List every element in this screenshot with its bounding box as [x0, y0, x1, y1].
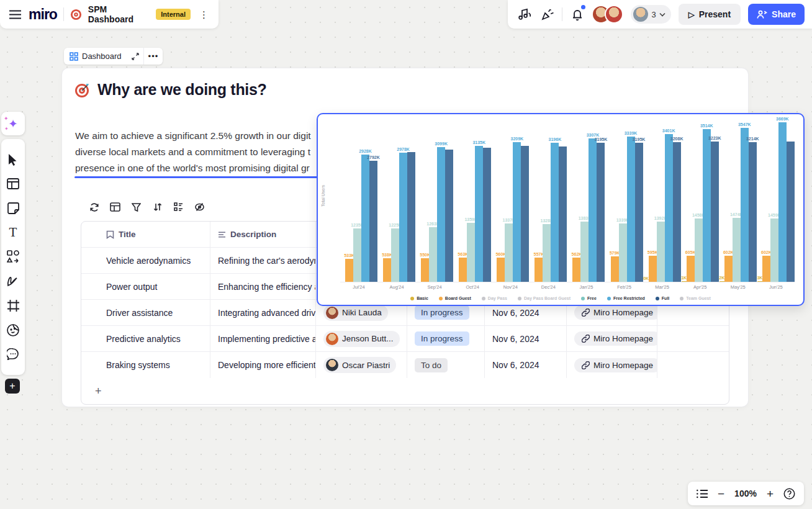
- columns-icon[interactable]: [109, 201, 121, 213]
- main-menu-button[interactable]: [7, 6, 22, 22]
- title-cell[interactable]: Power output: [99, 274, 210, 299]
- table-row[interactable]: Predictive analyticsImplementing predict…: [81, 326, 729, 352]
- bar-board-guest[interactable]: [649, 256, 657, 282]
- bar-full[interactable]: [445, 150, 453, 282]
- help-button[interactable]: [783, 488, 795, 500]
- bar-free-restricted[interactable]: [627, 137, 635, 282]
- bar-free[interactable]: [770, 218, 778, 282]
- assignee-chip[interactable]: Jenson Butt...: [323, 331, 400, 347]
- expand-frame-button[interactable]: [127, 48, 143, 65]
- link-chip[interactable]: Miro Homepage: [574, 358, 657, 372]
- bar-free[interactable]: [467, 223, 475, 282]
- bar-free-restricted[interactable]: [513, 142, 521, 282]
- bar-free[interactable]: [695, 218, 703, 282]
- text-tool[interactable]: T: [6, 225, 20, 240]
- bar-free-restricted[interactable]: [665, 134, 673, 282]
- description-cell[interactable]: Implementing predictive a...: [210, 326, 316, 351]
- bar-full[interactable]: [559, 146, 567, 282]
- bar-free-restricted[interactable]: [778, 122, 787, 282]
- bar-board-guest[interactable]: [724, 256, 733, 282]
- title-cell[interactable]: Vehicle aerodynamics: [99, 248, 210, 273]
- frame-label[interactable]: Dashboard •••: [64, 48, 163, 65]
- zoom-out-button[interactable]: −: [718, 488, 724, 500]
- frame-name[interactable]: Dashboard: [82, 52, 122, 61]
- status-cell[interactable]: In progress: [407, 326, 485, 351]
- sort-icon[interactable]: [151, 201, 163, 213]
- assignee-chip[interactable]: Niki Lauda: [323, 305, 388, 321]
- bar-free[interactable]: [543, 224, 551, 282]
- bar-board-guest[interactable]: [762, 256, 770, 282]
- table-header-cell[interactable]: Description: [210, 222, 316, 247]
- empty-cell[interactable]: [657, 352, 729, 378]
- bar-free-restricted[interactable]: [551, 143, 559, 282]
- description-cell[interactable]: Developing more efficient...: [210, 352, 316, 378]
- bar-full[interactable]: [673, 142, 681, 282]
- table-header-cell[interactable]: Title: [99, 222, 210, 247]
- legend-item[interactable]: Team Guest: [680, 296, 711, 300]
- bar-full[interactable]: [711, 142, 719, 282]
- bar-full[interactable]: [787, 142, 795, 282]
- filter-icon[interactable]: [130, 201, 142, 213]
- bar-board-guest[interactable]: [497, 258, 505, 282]
- miro-logo[interactable]: miro: [29, 6, 57, 23]
- bar-full[interactable]: [749, 142, 757, 282]
- description-cell[interactable]: Integrating advanced drive...: [210, 300, 316, 325]
- bar-board-guest[interactable]: [535, 258, 543, 282]
- sticky-note-tool[interactable]: [6, 201, 20, 216]
- bar-board-guest[interactable]: [459, 258, 467, 282]
- status-badge[interactable]: To do: [415, 358, 448, 372]
- link-chip[interactable]: Miro Homepage: [574, 305, 657, 320]
- bar-free-restricted[interactable]: [703, 129, 711, 282]
- add-more-tools-button[interactable]: +: [5, 379, 20, 394]
- legend-item[interactable]: Day Pass Board Guest: [518, 296, 571, 300]
- frame-options-button[interactable]: •••: [143, 48, 163, 65]
- status-badge[interactable]: In progress: [415, 331, 469, 346]
- share-button[interactable]: Share: [748, 4, 805, 25]
- group-icon[interactable]: [173, 201, 184, 213]
- bar-full[interactable]: [597, 143, 605, 282]
- bar-full[interactable]: [483, 148, 491, 282]
- row-handle-cell[interactable]: [81, 274, 99, 299]
- bar-basic[interactable]: [720, 281, 724, 282]
- link-cell[interactable]: Miro Homepage: [567, 326, 657, 351]
- row-handle-cell[interactable]: [81, 300, 99, 325]
- bar-board-guest[interactable]: [687, 256, 695, 282]
- legend-item[interactable]: Free: [581, 296, 597, 300]
- row-handle-cell[interactable]: [81, 352, 99, 378]
- collaborator-avatars[interactable]: [592, 5, 623, 24]
- status-badge[interactable]: In progress: [415, 305, 469, 320]
- legend-item[interactable]: Free Restricted: [607, 296, 645, 300]
- link-chip[interactable]: Miro Homepage: [574, 331, 657, 346]
- title-cell[interactable]: Driver assistance: [99, 300, 210, 325]
- legend-item[interactable]: Full: [656, 296, 669, 300]
- legend-item[interactable]: Day Pass: [482, 296, 507, 300]
- ai-assistant-button[interactable]: ✦✦✦: [1, 112, 25, 135]
- title-cell[interactable]: Braking systems: [99, 352, 210, 378]
- bar-free[interactable]: [391, 228, 399, 282]
- description-cell[interactable]: Refining the car's aerodyn...: [210, 248, 316, 273]
- assignee-cell[interactable]: Jenson Butt...: [316, 326, 407, 351]
- zoom-level[interactable]: 100%: [734, 489, 757, 498]
- shapes-tool[interactable]: [6, 250, 20, 264]
- bar-full[interactable]: [635, 143, 643, 282]
- hide-fields-icon[interactable]: [194, 201, 205, 213]
- bar-free-restricted[interactable]: [589, 138, 597, 282]
- bar-board-guest[interactable]: [345, 259, 353, 282]
- celebrate-icon[interactable]: [540, 6, 554, 22]
- refresh-icon[interactable]: [88, 201, 100, 213]
- link-cell[interactable]: Miro Homepage: [567, 352, 657, 378]
- present-button[interactable]: ▷ Present: [679, 4, 741, 25]
- templates-tool[interactable]: [6, 176, 20, 191]
- legend-item[interactable]: Board Guest: [439, 296, 471, 300]
- bar-free[interactable]: [619, 223, 627, 282]
- bar-basic[interactable]: [682, 281, 687, 282]
- bar-full[interactable]: [407, 152, 415, 282]
- bar-free[interactable]: [353, 228, 361, 282]
- bar-full[interactable]: [521, 146, 529, 282]
- avatar[interactable]: [605, 5, 623, 24]
- bar-free-restricted[interactable]: [361, 155, 369, 282]
- row-handle-cell[interactable]: [81, 326, 99, 351]
- title-cell[interactable]: Predictive analytics: [99, 326, 210, 351]
- bar-board-guest[interactable]: [611, 256, 619, 282]
- board-title[interactable]: SPM Dashboard: [88, 4, 150, 24]
